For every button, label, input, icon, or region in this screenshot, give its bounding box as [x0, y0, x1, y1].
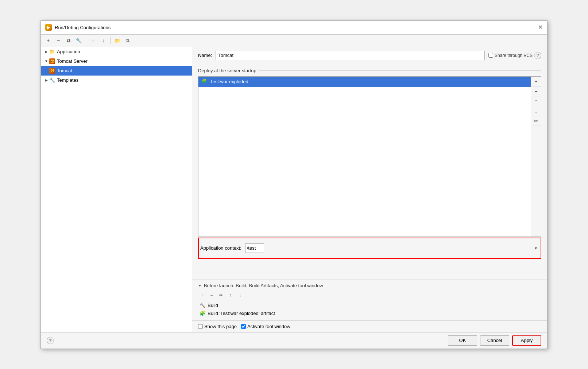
tree-label-tomcat-server: Tomcat Server: [57, 58, 88, 64]
deploy-down-button[interactable]: ↓: [531, 106, 541, 116]
ok-button[interactable]: OK: [448, 335, 477, 346]
build-icon: 🔨: [200, 303, 205, 308]
bl-remove-button[interactable]: −: [208, 291, 216, 299]
before-launch-header: ▼ Before launch: Build, Build Artifacts,…: [198, 283, 541, 288]
apply-button[interactable]: Apply: [512, 335, 541, 346]
app-context-row: Application context: /test / /app: [200, 240, 539, 257]
folder-button[interactable]: 📁: [113, 36, 122, 45]
launch-item-build: 🔨 Build: [198, 301, 541, 310]
deploy-side-buttons: + − ↑ ↓ ✏: [531, 76, 541, 237]
launch-item-artifact: 🧩 Build 'Test:war exploded' artifact: [198, 310, 541, 318]
copy-button[interactable]: ⧉: [64, 36, 73, 45]
deploy-item-label: Test:war exploded: [210, 79, 248, 84]
wrench-icon-templates: 🔧: [49, 77, 55, 84]
name-row: Name: Share through VCS ?: [192, 47, 547, 64]
deploy-item-test-war[interactable]: 🧩 Test:war exploded: [198, 77, 531, 87]
toolbar-separator-1: [86, 37, 86, 44]
tree-item-tomcat-server[interactable]: ▼ 🐱 Tomcat Server: [41, 57, 192, 66]
activate-tool-checkbox-label[interactable]: Activate tool window: [241, 324, 290, 329]
move-down-button[interactable]: ↓: [99, 36, 108, 45]
bl-up-button[interactable]: ↑: [227, 291, 235, 299]
settings-button[interactable]: 🔧: [74, 36, 83, 45]
app-context-wrapper: /test / /app: [245, 243, 539, 253]
deploy-remove-button[interactable]: −: [531, 87, 541, 96]
folder-icon-application: 📁: [49, 49, 55, 55]
share-vcs-area: Share through VCS ?: [488, 52, 541, 59]
deploy-item-icon: 🧩: [201, 78, 208, 85]
move-up-button[interactable]: ↑: [89, 36, 97, 45]
left-panel: ▶ 📁 Application ▼ 🐱 Tomcat Server 🐱 Tomc…: [41, 47, 192, 332]
title-bar: ▶ Run/Debug Configurations ✕: [41, 21, 547, 35]
show-page-checkbox[interactable]: [198, 324, 203, 329]
show-page-label: Show this page: [204, 324, 237, 329]
help-button-top[interactable]: ?: [534, 52, 541, 59]
artifact-icon: 🧩: [200, 311, 205, 316]
help-button-footer[interactable]: ?: [47, 337, 54, 344]
bl-down-button[interactable]: ↓: [236, 291, 244, 299]
close-button[interactable]: ✕: [538, 24, 543, 30]
cancel-button[interactable]: Cancel: [480, 335, 509, 346]
toolbar-separator-2: [110, 37, 111, 44]
bl-edit-button[interactable]: ✏: [217, 291, 225, 299]
share-vcs-label: Share through VCS: [495, 53, 533, 58]
dialog-title: Run/Debug Configurations: [55, 25, 111, 30]
share-vcs-checkbox[interactable]: [488, 53, 493, 58]
run-debug-dialog: ▶ Run/Debug Configurations ✕ + − ⧉ 🔧 ↑ ↓…: [40, 20, 548, 349]
before-launch-section: ▼ Before launch: Build, Build Artifacts,…: [192, 280, 547, 320]
tree-label-application: Application: [57, 49, 80, 54]
arrow-templates: ▶: [44, 78, 49, 82]
before-launch-title: Before launch: Build, Build Artifacts, A…: [204, 283, 323, 288]
tree-item-application[interactable]: ▶ 📁 Application: [41, 47, 192, 57]
before-launch-toolbar: + − ✏ ↑ ↓: [198, 291, 541, 299]
footer: ? OK Cancel Apply: [41, 332, 547, 349]
bl-add-button[interactable]: +: [198, 291, 206, 299]
before-launch-arrow[interactable]: ▼: [198, 284, 202, 288]
title-bar-left: ▶ Run/Debug Configurations: [45, 24, 111, 31]
dialog-icon: ▶: [45, 24, 52, 31]
launch-items-list: 🔨 Build 🧩 Build 'Test:war exploded' arti…: [198, 301, 541, 318]
tomcat-icon: 🐱: [49, 68, 55, 74]
arrow-tomcat-server: ▼: [44, 59, 49, 63]
tomcat-server-icon: 🐱: [49, 58, 55, 65]
remove-button[interactable]: −: [54, 36, 63, 45]
tree-label-templates: Templates: [57, 77, 78, 83]
tree-item-templates[interactable]: ▶ 🔧 Templates: [41, 76, 192, 85]
app-context-highlight: Application context: /test / /app: [198, 238, 541, 259]
right-panel: Name: Share through VCS ? Deploy at the …: [192, 47, 547, 332]
app-context-label: Application context:: [200, 245, 241, 251]
bottom-row: Show this page Activate tool window: [192, 320, 547, 332]
deploy-section: Deploy at the server startup 🧩 Test:war …: [192, 64, 547, 280]
tree-label-tomcat: Tomcat: [57, 68, 72, 73]
activate-tool-checkbox[interactable]: [241, 324, 246, 329]
deploy-list: 🧩 Test:war exploded: [198, 76, 531, 237]
show-page-checkbox-label[interactable]: Show this page: [198, 324, 237, 329]
footer-buttons: OK Cancel Apply: [448, 335, 541, 346]
deploy-edit-button[interactable]: ✏: [531, 116, 541, 126]
name-input[interactable]: [216, 51, 485, 60]
sort-button[interactable]: ⇅: [123, 36, 132, 45]
main-content: ▶ 📁 Application ▼ 🐱 Tomcat Server 🐱 Tomc…: [41, 47, 547, 332]
toolbar: + − ⧉ 🔧 ↑ ↓ 📁 ⇅: [41, 35, 547, 47]
name-label: Name:: [198, 53, 212, 58]
deploy-list-area: 🧩 Test:war exploded + − ↑ ↓ ✏: [198, 76, 541, 237]
tree-item-tomcat[interactable]: 🐱 Tomcat: [41, 66, 192, 76]
add-button[interactable]: +: [44, 36, 53, 45]
deploy-section-header: Deploy at the server startup: [198, 68, 541, 73]
deploy-add-button[interactable]: +: [531, 77, 541, 87]
activate-tool-label: Activate tool window: [247, 324, 290, 329]
launch-item-build-label: Build: [208, 303, 218, 308]
app-context-select[interactable]: /test / /app: [245, 243, 264, 253]
arrow-application: ▶: [44, 50, 49, 54]
launch-item-artifact-label: Build 'Test:war exploded' artifact: [208, 311, 275, 316]
deploy-up-button[interactable]: ↑: [531, 96, 541, 106]
